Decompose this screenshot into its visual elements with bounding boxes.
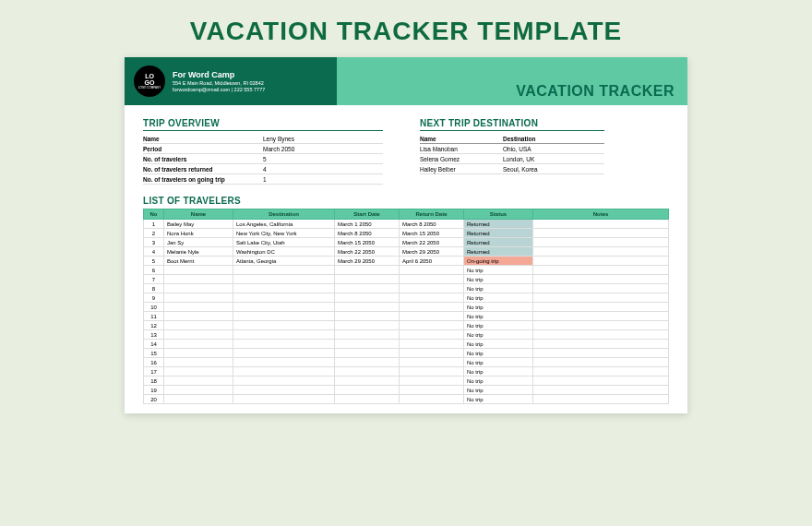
cell-start-date: March 29 2050 (335, 257, 400, 266)
document-content: TRIP OVERVIEW NameLeny BynesPeriodMarch … (125, 105, 687, 413)
top-section: TRIP OVERVIEW NameLeny BynesPeriodMarch … (143, 118, 669, 185)
company-name: For Word Camp (173, 70, 265, 79)
cell-destination (233, 266, 335, 275)
table-row: 16No trip (144, 358, 669, 367)
cell-name: Nora Honk (164, 229, 233, 238)
cell-no: 18 (144, 377, 164, 386)
cell-no: 15 (144, 349, 164, 358)
nexttrip-dest: Seoul, Korea (503, 166, 604, 173)
cell-destination: Washington DC (233, 247, 335, 257)
cell-name (164, 367, 233, 377)
logo-text-top: LO (145, 73, 154, 79)
cell-notes (533, 349, 669, 358)
table-row: 8No trip (144, 284, 669, 293)
cell-start-date: March 22 2050 (335, 247, 400, 257)
cell-status: No trip (464, 340, 533, 349)
table-header-cell: Name (164, 209, 233, 220)
nexttrip-row: Hailey BeiberSeoul, Korea (420, 164, 604, 174)
cell-name (164, 377, 233, 386)
cell-destination: Salt Lake City, Utah (233, 238, 335, 247)
cell-start-date (335, 386, 400, 395)
cell-status: No trip (464, 303, 533, 312)
cell-destination (233, 330, 335, 340)
cell-return-date (400, 367, 464, 377)
cell-notes (533, 293, 669, 303)
cell-destination: New York City, New York (233, 229, 335, 238)
cell-destination (233, 275, 335, 284)
cell-name (164, 340, 233, 349)
cell-notes (533, 220, 669, 229)
cell-destination: Los Angeles, California (233, 220, 335, 229)
nexttrip-name: Selena Gomez (420, 156, 503, 162)
cell-return-date (400, 358, 464, 367)
table-row: 7No trip (144, 275, 669, 284)
cell-name (164, 284, 233, 293)
cell-notes (533, 266, 669, 275)
nexttrip-name: Hailey Beiber (420, 166, 503, 173)
nexttrip-row: Lisa ManobanOhio, USA (420, 144, 604, 154)
overview-row: PeriodMarch 2050 (143, 144, 383, 154)
spreadsheet-document: LO GO LOGO COMPANY For Word Camp 554 E M… (125, 57, 687, 413)
cell-destination (233, 321, 335, 330)
cell-name (164, 275, 233, 284)
table-header-cell: Destination (233, 209, 335, 220)
cell-notes (533, 340, 669, 349)
cell-destination (233, 367, 335, 377)
cell-no: 7 (144, 275, 164, 284)
table-row: 5Boot MerritAtlanta, GeorgiaMarch 29 205… (144, 257, 669, 266)
cell-start-date (335, 340, 400, 349)
cell-status: Returned (464, 220, 533, 229)
cell-status: No trip (464, 367, 533, 377)
logo-subtitle: LOGO COMPANY (138, 87, 161, 90)
cell-no: 20 (144, 395, 164, 404)
cell-status: No trip (464, 358, 533, 367)
document-header: LO GO LOGO COMPANY For Word Camp 554 E M… (125, 57, 687, 105)
cell-no: 4 (144, 247, 164, 257)
cell-name: Jan Sy (164, 238, 233, 247)
cell-notes (533, 312, 669, 321)
cell-no: 5 (144, 257, 164, 266)
cell-no: 8 (144, 284, 164, 293)
cell-status: No trip (464, 377, 533, 386)
cell-notes (533, 257, 669, 266)
cell-name (164, 330, 233, 340)
cell-notes (533, 303, 669, 312)
travelers-table: NoNameDestinationStart DateReturn DateSt… (143, 209, 669, 404)
cell-status: No trip (464, 386, 533, 395)
table-row: 6No trip (144, 266, 669, 275)
nexttrip-header-row: Name Destination (420, 134, 604, 144)
table-header-cell: Return Date (400, 209, 464, 220)
cell-start-date (335, 367, 400, 377)
next-trip-destination: NEXT TRIP DESTINATION Name Destination L… (420, 118, 604, 185)
cell-name (164, 321, 233, 330)
cell-return-date (400, 330, 464, 340)
overview-label: No. of travelers returned (143, 166, 263, 173)
cell-name: Boot Merrit (164, 257, 233, 266)
table-row: 19No trip (144, 386, 669, 395)
cell-no: 9 (144, 293, 164, 303)
cell-status: No trip (464, 266, 533, 275)
cell-return-date: March 15 2050 (400, 229, 464, 238)
cell-start-date (335, 284, 400, 293)
cell-no: 12 (144, 321, 164, 330)
cell-start-date (335, 266, 400, 275)
cell-start-date (335, 349, 400, 358)
cell-name (164, 293, 233, 303)
overview-label: Name (143, 136, 263, 142)
table-row: 4Melanie NyleWashington DCMarch 22 2050M… (144, 247, 669, 257)
cell-no: 1 (144, 220, 164, 229)
cell-destination (233, 386, 335, 395)
table-header-cell: Status (464, 209, 533, 220)
cell-status: No trip (464, 321, 533, 330)
cell-return-date (400, 293, 464, 303)
cell-name (164, 386, 233, 395)
cell-start-date (335, 395, 400, 404)
cell-notes (533, 358, 669, 367)
cell-destination (233, 349, 335, 358)
header-right-panel: VACATION TRACKER (337, 57, 687, 105)
nexttrip-head-dest: Destination (503, 136, 604, 142)
cell-destination (233, 284, 335, 293)
cell-notes (533, 330, 669, 340)
cell-status: On-going trip (464, 257, 533, 266)
cell-notes (533, 238, 669, 247)
